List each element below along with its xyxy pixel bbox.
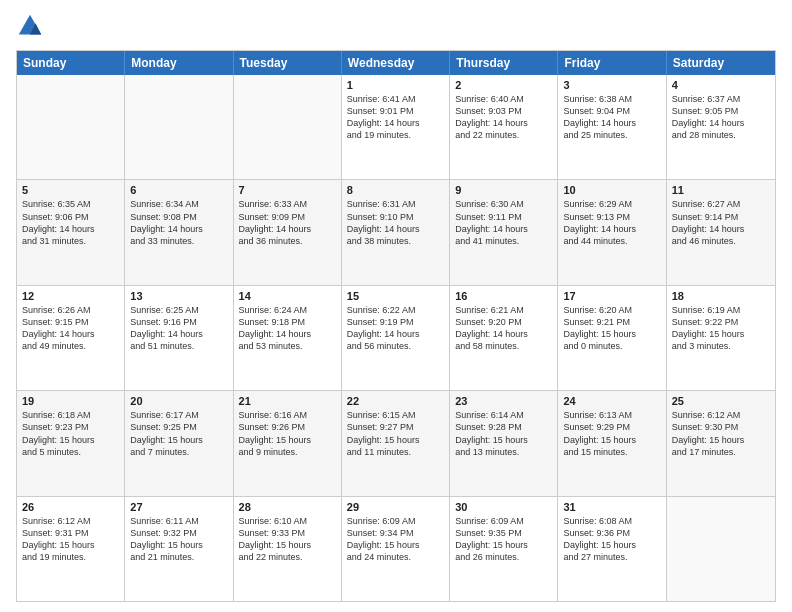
- calendar-cell: 3Sunrise: 6:38 AM Sunset: 9:04 PM Daylig…: [558, 75, 666, 179]
- calendar-row: 19Sunrise: 6:18 AM Sunset: 9:23 PM Dayli…: [17, 390, 775, 495]
- calendar-cell: 4Sunrise: 6:37 AM Sunset: 9:05 PM Daylig…: [667, 75, 775, 179]
- day-info: Sunrise: 6:25 AM Sunset: 9:16 PM Dayligh…: [130, 304, 227, 353]
- day-info: Sunrise: 6:41 AM Sunset: 9:01 PM Dayligh…: [347, 93, 444, 142]
- calendar-cell: 10Sunrise: 6:29 AM Sunset: 9:13 PM Dayli…: [558, 180, 666, 284]
- day-number: 31: [563, 501, 660, 513]
- day-info: Sunrise: 6:22 AM Sunset: 9:19 PM Dayligh…: [347, 304, 444, 353]
- day-number: 24: [563, 395, 660, 407]
- day-info: Sunrise: 6:11 AM Sunset: 9:32 PM Dayligh…: [130, 515, 227, 564]
- day-info: Sunrise: 6:17 AM Sunset: 9:25 PM Dayligh…: [130, 409, 227, 458]
- calendar-cell: 11Sunrise: 6:27 AM Sunset: 9:14 PM Dayli…: [667, 180, 775, 284]
- calendar-cell: [234, 75, 342, 179]
- day-info: Sunrise: 6:16 AM Sunset: 9:26 PM Dayligh…: [239, 409, 336, 458]
- day-info: Sunrise: 6:09 AM Sunset: 9:35 PM Dayligh…: [455, 515, 552, 564]
- calendar-cell: 30Sunrise: 6:09 AM Sunset: 9:35 PM Dayli…: [450, 497, 558, 601]
- calendar-cell: 20Sunrise: 6:17 AM Sunset: 9:25 PM Dayli…: [125, 391, 233, 495]
- day-number: 1: [347, 79, 444, 91]
- day-number: 13: [130, 290, 227, 302]
- weekday-header: Saturday: [667, 51, 775, 75]
- calendar-cell: 1Sunrise: 6:41 AM Sunset: 9:01 PM Daylig…: [342, 75, 450, 179]
- calendar-cell: 6Sunrise: 6:34 AM Sunset: 9:08 PM Daylig…: [125, 180, 233, 284]
- weekday-header: Monday: [125, 51, 233, 75]
- day-number: 11: [672, 184, 770, 196]
- day-number: 4: [672, 79, 770, 91]
- calendar-cell: 8Sunrise: 6:31 AM Sunset: 9:10 PM Daylig…: [342, 180, 450, 284]
- weekday-header: Tuesday: [234, 51, 342, 75]
- day-number: 26: [22, 501, 119, 513]
- day-number: 29: [347, 501, 444, 513]
- day-info: Sunrise: 6:14 AM Sunset: 9:28 PM Dayligh…: [455, 409, 552, 458]
- day-info: Sunrise: 6:35 AM Sunset: 9:06 PM Dayligh…: [22, 198, 119, 247]
- calendar-cell: 17Sunrise: 6:20 AM Sunset: 9:21 PM Dayli…: [558, 286, 666, 390]
- day-number: 20: [130, 395, 227, 407]
- logo-icon: [16, 12, 44, 40]
- day-info: Sunrise: 6:29 AM Sunset: 9:13 PM Dayligh…: [563, 198, 660, 247]
- weekday-header: Thursday: [450, 51, 558, 75]
- day-number: 10: [563, 184, 660, 196]
- calendar-cell: 26Sunrise: 6:12 AM Sunset: 9:31 PM Dayli…: [17, 497, 125, 601]
- day-number: 16: [455, 290, 552, 302]
- day-number: 23: [455, 395, 552, 407]
- calendar: SundayMondayTuesdayWednesdayThursdayFrid…: [16, 50, 776, 602]
- calendar-cell: 13Sunrise: 6:25 AM Sunset: 9:16 PM Dayli…: [125, 286, 233, 390]
- calendar-row: 12Sunrise: 6:26 AM Sunset: 9:15 PM Dayli…: [17, 285, 775, 390]
- day-number: 8: [347, 184, 444, 196]
- day-info: Sunrise: 6:31 AM Sunset: 9:10 PM Dayligh…: [347, 198, 444, 247]
- calendar-cell: 21Sunrise: 6:16 AM Sunset: 9:26 PM Dayli…: [234, 391, 342, 495]
- day-number: 21: [239, 395, 336, 407]
- calendar-cell: 9Sunrise: 6:30 AM Sunset: 9:11 PM Daylig…: [450, 180, 558, 284]
- calendar-row: 5Sunrise: 6:35 AM Sunset: 9:06 PM Daylig…: [17, 179, 775, 284]
- day-info: Sunrise: 6:08 AM Sunset: 9:36 PM Dayligh…: [563, 515, 660, 564]
- calendar-cell: [17, 75, 125, 179]
- calendar-cell: 23Sunrise: 6:14 AM Sunset: 9:28 PM Dayli…: [450, 391, 558, 495]
- calendar-cell: 7Sunrise: 6:33 AM Sunset: 9:09 PM Daylig…: [234, 180, 342, 284]
- page: SundayMondayTuesdayWednesdayThursdayFrid…: [0, 0, 792, 612]
- calendar-cell: 27Sunrise: 6:11 AM Sunset: 9:32 PM Dayli…: [125, 497, 233, 601]
- day-number: 18: [672, 290, 770, 302]
- day-info: Sunrise: 6:30 AM Sunset: 9:11 PM Dayligh…: [455, 198, 552, 247]
- day-number: 19: [22, 395, 119, 407]
- day-info: Sunrise: 6:37 AM Sunset: 9:05 PM Dayligh…: [672, 93, 770, 142]
- day-info: Sunrise: 6:38 AM Sunset: 9:04 PM Dayligh…: [563, 93, 660, 142]
- day-number: 28: [239, 501, 336, 513]
- calendar-cell: 14Sunrise: 6:24 AM Sunset: 9:18 PM Dayli…: [234, 286, 342, 390]
- weekday-header: Wednesday: [342, 51, 450, 75]
- day-info: Sunrise: 6:19 AM Sunset: 9:22 PM Dayligh…: [672, 304, 770, 353]
- day-number: 30: [455, 501, 552, 513]
- logo: [16, 12, 48, 40]
- day-info: Sunrise: 6:40 AM Sunset: 9:03 PM Dayligh…: [455, 93, 552, 142]
- day-info: Sunrise: 6:24 AM Sunset: 9:18 PM Dayligh…: [239, 304, 336, 353]
- day-info: Sunrise: 6:10 AM Sunset: 9:33 PM Dayligh…: [239, 515, 336, 564]
- calendar-cell: 31Sunrise: 6:08 AM Sunset: 9:36 PM Dayli…: [558, 497, 666, 601]
- day-number: 5: [22, 184, 119, 196]
- weekday-header: Friday: [558, 51, 666, 75]
- calendar-cell: 2Sunrise: 6:40 AM Sunset: 9:03 PM Daylig…: [450, 75, 558, 179]
- calendar-body: 1Sunrise: 6:41 AM Sunset: 9:01 PM Daylig…: [17, 75, 775, 601]
- header: [16, 12, 776, 40]
- day-info: Sunrise: 6:34 AM Sunset: 9:08 PM Dayligh…: [130, 198, 227, 247]
- day-number: 14: [239, 290, 336, 302]
- calendar-cell: 24Sunrise: 6:13 AM Sunset: 9:29 PM Dayli…: [558, 391, 666, 495]
- day-info: Sunrise: 6:33 AM Sunset: 9:09 PM Dayligh…: [239, 198, 336, 247]
- day-number: 17: [563, 290, 660, 302]
- day-number: 15: [347, 290, 444, 302]
- calendar-header: SundayMondayTuesdayWednesdayThursdayFrid…: [17, 51, 775, 75]
- day-info: Sunrise: 6:20 AM Sunset: 9:21 PM Dayligh…: [563, 304, 660, 353]
- calendar-cell: 12Sunrise: 6:26 AM Sunset: 9:15 PM Dayli…: [17, 286, 125, 390]
- calendar-cell: 16Sunrise: 6:21 AM Sunset: 9:20 PM Dayli…: [450, 286, 558, 390]
- day-info: Sunrise: 6:12 AM Sunset: 9:30 PM Dayligh…: [672, 409, 770, 458]
- weekday-header: Sunday: [17, 51, 125, 75]
- day-info: Sunrise: 6:18 AM Sunset: 9:23 PM Dayligh…: [22, 409, 119, 458]
- calendar-cell: 5Sunrise: 6:35 AM Sunset: 9:06 PM Daylig…: [17, 180, 125, 284]
- day-info: Sunrise: 6:13 AM Sunset: 9:29 PM Dayligh…: [563, 409, 660, 458]
- day-number: 2: [455, 79, 552, 91]
- day-number: 27: [130, 501, 227, 513]
- calendar-cell: 15Sunrise: 6:22 AM Sunset: 9:19 PM Dayli…: [342, 286, 450, 390]
- calendar-cell: 25Sunrise: 6:12 AM Sunset: 9:30 PM Dayli…: [667, 391, 775, 495]
- day-info: Sunrise: 6:09 AM Sunset: 9:34 PM Dayligh…: [347, 515, 444, 564]
- calendar-cell: [125, 75, 233, 179]
- day-number: 22: [347, 395, 444, 407]
- day-info: Sunrise: 6:21 AM Sunset: 9:20 PM Dayligh…: [455, 304, 552, 353]
- day-info: Sunrise: 6:12 AM Sunset: 9:31 PM Dayligh…: [22, 515, 119, 564]
- day-number: 7: [239, 184, 336, 196]
